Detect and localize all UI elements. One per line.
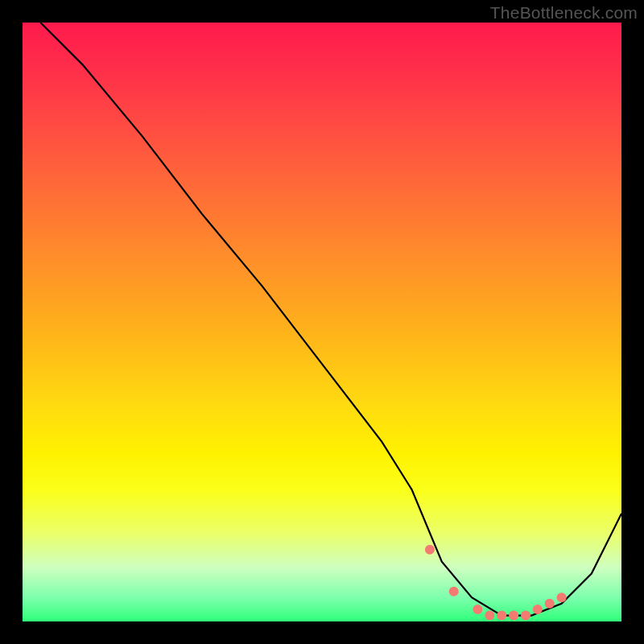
- marker-group: [425, 545, 567, 621]
- curve-marker: [533, 605, 543, 614]
- watermark-label: TheBottleneck.com: [490, 3, 638, 23]
- curve-marker: [497, 611, 506, 621]
- curve-marker: [473, 605, 482, 614]
- chart-frame: TheBottleneck.com: [0, 0, 644, 644]
- bottleneck-curve: [40, 23, 621, 616]
- curve-marker: [557, 592, 567, 602]
- curve-marker: [485, 611, 494, 621]
- curve-marker: [521, 611, 530, 621]
- plot-area: [23, 23, 621, 621]
- curve-marker: [509, 611, 518, 621]
- curve-marker: [545, 599, 555, 609]
- curve-marker: [449, 587, 459, 597]
- curve-layer: [23, 23, 621, 621]
- curve-marker: [425, 545, 435, 555]
